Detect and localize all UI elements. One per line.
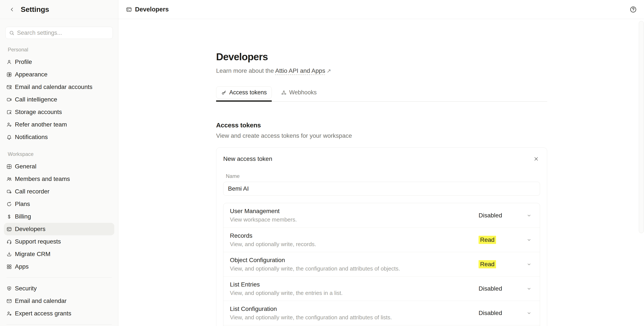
close-button[interactable] bbox=[532, 155, 540, 163]
sidebar-item-developers[interactable]: Developers bbox=[4, 223, 114, 235]
close-icon bbox=[533, 156, 540, 162]
main-panel: Developers Developers Learn more about t… bbox=[118, 0, 644, 326]
sidebar-item-label: Call intelligence bbox=[15, 96, 57, 103]
shield-lock-icon bbox=[6, 286, 12, 291]
sidebar-item-label: Security bbox=[15, 285, 37, 292]
chevron-down-icon bbox=[526, 286, 532, 291]
sidebar-item-call-intelligence[interactable]: Call intelligence bbox=[4, 93, 114, 106]
sidebar-body: Search settings... PersonalProfileAppear… bbox=[0, 19, 118, 326]
sidebar-item-label: Migrate CRM bbox=[15, 251, 50, 257]
chevron-down-icon bbox=[526, 237, 532, 243]
sidebar-item-email-and-calendar[interactable]: Email and calendar bbox=[4, 295, 114, 307]
permissions-list: User ManagementView workspace members.Di… bbox=[223, 203, 540, 326]
vertical-scrollbar[interactable] bbox=[639, 21, 644, 233]
sidebar-item-plans[interactable]: Plans bbox=[4, 198, 114, 210]
permission-value: Disabled bbox=[478, 309, 502, 316]
users-icon bbox=[6, 176, 12, 182]
chevron-down-icon bbox=[526, 213, 532, 218]
sidebar-item-label: Storage accounts bbox=[15, 109, 62, 116]
sidebar-item-billing[interactable]: Billing bbox=[4, 210, 114, 223]
permission-dropdown[interactable]: Read bbox=[478, 228, 540, 252]
question-circle-icon bbox=[629, 6, 637, 14]
sidebar-item-storage-accounts[interactable]: Storage accounts bbox=[4, 106, 114, 118]
permission-dropdown[interactable]: Disabled bbox=[478, 203, 540, 228]
sidebar-item-appearance[interactable]: Appearance bbox=[4, 68, 114, 81]
permission-row-list-entries: List EntriesView, and optionally write, … bbox=[224, 276, 540, 301]
headset-icon bbox=[6, 239, 12, 245]
sidebar-item-label: Appearance bbox=[15, 71, 48, 78]
subtitle-prefix: Learn more about the bbox=[216, 67, 275, 74]
search-settings-input[interactable]: Search settings... bbox=[6, 27, 113, 39]
sidebar-item-notifications[interactable]: Notifications bbox=[4, 131, 114, 143]
permission-row-object-configuration: Object ConfigurationView, and optionally… bbox=[224, 252, 540, 276]
sidebar-item-support-requests[interactable]: Support requests bbox=[4, 235, 114, 248]
sidebar-item-email-and-calendar-accounts[interactable]: Email and calendar accounts bbox=[4, 81, 114, 93]
permission-value: Read bbox=[478, 260, 496, 268]
search-placeholder: Search settings... bbox=[17, 30, 62, 36]
tab-underline bbox=[216, 100, 547, 102]
user-heart-icon bbox=[6, 122, 12, 128]
sidebar-item-label: Billing bbox=[15, 213, 31, 220]
sidebar-item-label: Expert access grants bbox=[15, 310, 71, 317]
mail-user-icon bbox=[6, 84, 12, 90]
sidebar-item-call-recorder[interactable]: Call recorder bbox=[4, 185, 114, 198]
permission-value: Disabled bbox=[478, 285, 502, 292]
user-icon bbox=[6, 59, 12, 65]
permission-dropdown[interactable]: Read bbox=[478, 252, 540, 276]
attio-api-link[interactable]: Attio API and Apps bbox=[275, 67, 325, 74]
permission-row-records: RecordsView, and optionally write, recor… bbox=[224, 228, 540, 252]
chevron-down-icon bbox=[526, 310, 532, 316]
sidebar-section-label: Personal bbox=[8, 47, 113, 53]
active-tab-indicator bbox=[216, 100, 272, 102]
appearance-icon bbox=[6, 72, 12, 78]
sidebar-item-migrate-crm[interactable]: Migrate CRM bbox=[4, 248, 114, 260]
sidebar-item-apps[interactable]: Apps bbox=[4, 260, 114, 273]
permission-dropdown[interactable]: Disabled bbox=[478, 276, 540, 301]
bell-icon bbox=[6, 134, 12, 140]
sidebar-item-label: Email and calendar accounts bbox=[15, 84, 92, 91]
sidebar-item-general[interactable]: General bbox=[4, 160, 114, 173]
terminal-icon bbox=[6, 226, 12, 232]
name-field-label: Name bbox=[226, 173, 540, 179]
sidebar-item-security[interactable]: Security bbox=[4, 282, 114, 295]
section-description: View and create access tokens for your w… bbox=[216, 132, 547, 139]
app-window: Settings Search settings... PersonalProf… bbox=[0, 0, 644, 326]
permission-row-user-management: User ManagementView workspace members.Di… bbox=[224, 203, 540, 228]
sidebar-item-expert-access-grants[interactable]: Expert access grants bbox=[4, 307, 114, 320]
key-icon bbox=[221, 90, 227, 95]
terminal-icon bbox=[126, 6, 132, 13]
sidebar-item-label: Email and calendar bbox=[15, 297, 67, 304]
download-tray-icon bbox=[6, 251, 12, 257]
chevron-left-icon bbox=[9, 7, 15, 12]
sidebar-item-profile[interactable]: Profile bbox=[4, 56, 114, 68]
back-button[interactable] bbox=[8, 5, 16, 14]
card-title: New access token bbox=[223, 155, 272, 162]
permission-dropdown[interactable]: Disabled bbox=[478, 301, 540, 325]
permission-row-partial bbox=[224, 325, 540, 326]
tab-label: Webhooks bbox=[289, 89, 316, 96]
tab-label: Access tokens bbox=[229, 89, 267, 96]
sidebar-nav: PersonalProfileAppearanceEmail and calen… bbox=[6, 47, 113, 320]
search-icon bbox=[9, 30, 15, 36]
sidebar-divider bbox=[6, 277, 112, 278]
tab-webhooks[interactable]: Webhooks bbox=[276, 86, 322, 99]
storage-user-icon bbox=[6, 109, 12, 115]
token-name-input[interactable] bbox=[223, 182, 540, 196]
help-button[interactable] bbox=[628, 5, 638, 14]
settings-sidebar: Settings Search settings... PersonalProf… bbox=[0, 0, 118, 326]
sidebar-item-refer-another-team[interactable]: Refer another team bbox=[4, 118, 114, 131]
permission-row-list-configuration: List ConfigurationView, and optionally w… bbox=[224, 301, 540, 325]
mail-icon bbox=[6, 298, 12, 304]
chevron-down-icon bbox=[526, 261, 532, 267]
page-title: Developers bbox=[216, 51, 547, 63]
new-access-token-card: New access token Name User ManagementVie… bbox=[216, 147, 547, 326]
sidebar-item-members-and-teams[interactable]: Members and teams bbox=[4, 173, 114, 185]
main-header: Developers bbox=[118, 0, 644, 19]
sidebar-item-label: Call recorder bbox=[15, 188, 50, 195]
dollar-icon bbox=[6, 214, 12, 220]
sidebar-item-label: Developers bbox=[15, 226, 46, 232]
sidebar-divider bbox=[6, 324, 112, 324]
sidebar-item-label: General bbox=[15, 163, 36, 170]
cycle-icon bbox=[6, 201, 12, 207]
tab-access-tokens[interactable]: Access tokens bbox=[216, 86, 272, 99]
